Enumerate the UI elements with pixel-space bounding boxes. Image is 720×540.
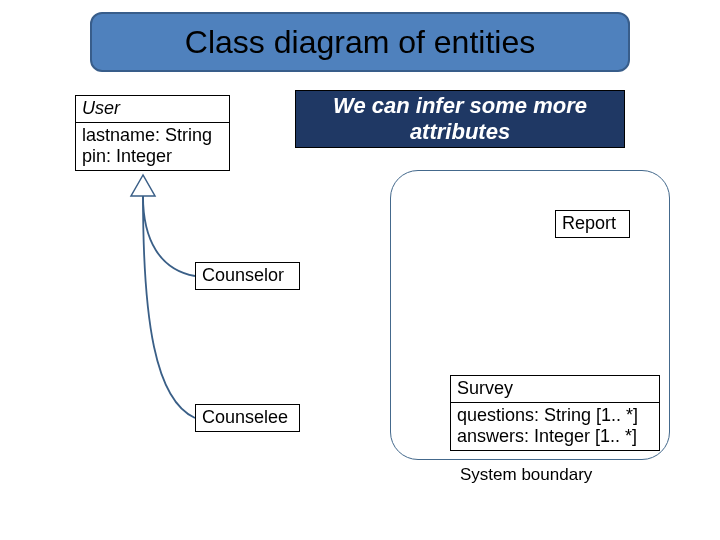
class-counselee-name: Counselee [196,405,299,431]
attr-answers: answers: Integer [1.. *] [457,426,653,448]
class-survey-name: Survey [451,376,659,403]
boundary-label: System boundary [460,465,592,485]
slide-title: Class diagram of entities [90,12,630,72]
attr-lastname: lastname: String [82,125,223,147]
class-counselor-name: Counselor [196,263,299,289]
class-user-attrs: lastname: String pin: Integer [76,123,229,170]
edge-user-counselor [143,196,195,276]
generalization-arrowhead [131,175,155,196]
class-report: Report [555,210,630,238]
slide-title-text: Class diagram of entities [185,24,535,61]
edge-user-counselee [143,196,195,418]
callout-text: We can infer some more attributes [296,93,624,145]
class-report-name: Report [556,211,629,237]
class-survey-attrs: questions: String [1.. *] answers: Integ… [451,403,659,450]
attr-questions: questions: String [1.. *] [457,405,653,427]
class-user: User lastname: String pin: Integer [75,95,230,171]
class-counselee: Counselee [195,404,300,432]
attr-pin: pin: Integer [82,146,223,168]
class-survey: Survey questions: String [1.. *] answers… [450,375,660,451]
callout-box: We can infer some more attributes [295,90,625,148]
class-counselor: Counselor [195,262,300,290]
class-user-name: User [76,96,229,123]
